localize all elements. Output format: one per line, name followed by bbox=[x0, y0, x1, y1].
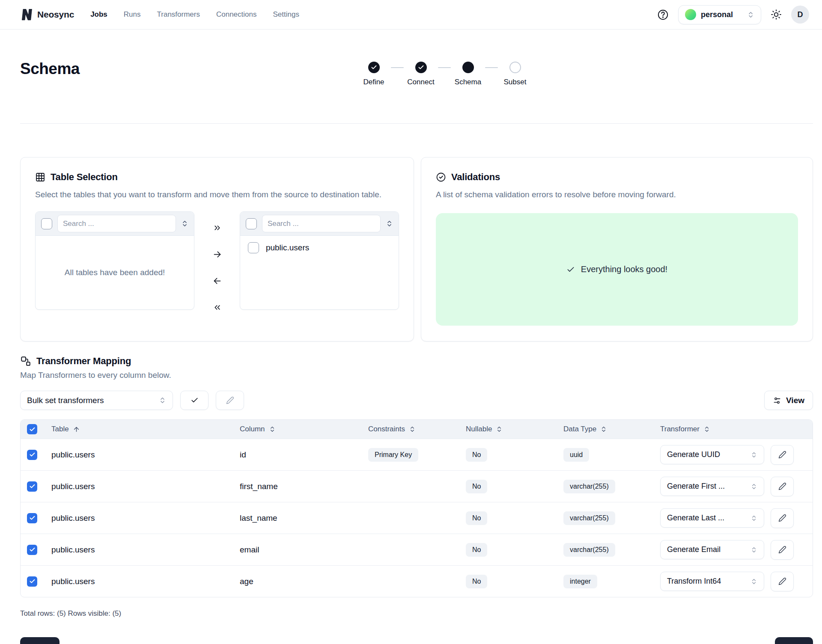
nullable-badge: No bbox=[466, 448, 487, 462]
table-icon bbox=[35, 172, 45, 182]
nav-item-settings[interactable]: Settings bbox=[273, 10, 299, 19]
step-connector bbox=[391, 67, 404, 68]
transformer-mapping-title: Transformer Mapping bbox=[36, 356, 131, 367]
nullable-badge: No bbox=[466, 543, 487, 557]
transformer-select-value: Generate First ... bbox=[667, 482, 725, 491]
table-row: public.users email No varchar(255) Gener… bbox=[21, 534, 813, 565]
column-header-nullable[interactable]: Nullable bbox=[459, 425, 557, 433]
apply-bulk-button[interactable] bbox=[180, 391, 208, 410]
step-label: Subset bbox=[504, 78, 527, 86]
step-done-icon bbox=[368, 62, 380, 73]
source-search-input[interactable] bbox=[57, 215, 176, 232]
step-done-icon bbox=[415, 62, 427, 73]
row-checkbox[interactable] bbox=[27, 576, 37, 587]
chevron-up-down-icon bbox=[751, 578, 757, 585]
column-header-transformer[interactable]: Transformer bbox=[653, 425, 813, 433]
column-header-column[interactable]: Column bbox=[233, 425, 361, 433]
workflow-icon bbox=[20, 356, 31, 367]
source-select-all-checkbox[interactable] bbox=[41, 218, 52, 229]
cell-column: email bbox=[233, 545, 361, 555]
column-header-constraints[interactable]: Constraints bbox=[361, 425, 459, 433]
move-left-icon[interactable] bbox=[209, 273, 225, 288]
nav-item-transformers[interactable]: Transformers bbox=[157, 10, 200, 19]
cell-table: public.users bbox=[45, 577, 233, 586]
sort-chevrons-icon[interactable] bbox=[181, 220, 188, 227]
edit-transformer-button[interactable] bbox=[771, 477, 794, 496]
step-schema[interactable]: Schema bbox=[453, 62, 482, 86]
data-type-badge: integer bbox=[563, 575, 597, 588]
table-item-checkbox[interactable] bbox=[248, 242, 259, 253]
dual-list-transfer: All tables have been added! bbox=[35, 211, 399, 315]
source-empty-message: All tables have been added! bbox=[36, 236, 194, 309]
edit-transformer-button[interactable] bbox=[771, 572, 794, 591]
chevron-up-down-icon bbox=[751, 515, 757, 522]
transformer-select[interactable]: Generate Last ... bbox=[660, 508, 764, 528]
brand[interactable]: Neosync bbox=[20, 8, 74, 21]
help-icon[interactable] bbox=[657, 9, 669, 21]
transformer-select[interactable]: Transform Int64 bbox=[660, 572, 764, 591]
mapping-toolbar: Bulk set transformers bbox=[20, 391, 813, 410]
sort-chevrons-icon bbox=[600, 426, 607, 433]
step-upcoming-icon bbox=[509, 62, 521, 73]
pencil-icon bbox=[778, 577, 786, 585]
table-selection-card: Table Selection Select the tables that y… bbox=[20, 157, 414, 341]
validations-title: Validations bbox=[451, 172, 500, 183]
row-checkbox[interactable] bbox=[27, 450, 37, 460]
transformer-select[interactable]: Generate Email bbox=[660, 540, 764, 559]
table-row: public.users age No integer Transform In… bbox=[21, 565, 813, 597]
next-button[interactable]: Next bbox=[775, 637, 813, 644]
destination-select-all-checkbox[interactable] bbox=[246, 218, 257, 229]
data-type-badge: uuid bbox=[563, 448, 589, 462]
nav-item-jobs[interactable]: Jobs bbox=[90, 10, 107, 19]
cell-column: id bbox=[233, 450, 361, 460]
transformer-select[interactable]: Generate UUID bbox=[660, 445, 764, 464]
chevron-up-down-icon bbox=[751, 451, 757, 458]
list-item[interactable]: public.users bbox=[240, 236, 399, 253]
data-type-badge: varchar(255) bbox=[563, 480, 615, 493]
edit-transformer-button[interactable] bbox=[771, 540, 794, 560]
transformer-mapping-subtitle: Map Transformers to every column below. bbox=[20, 371, 813, 380]
rows-summary: Total rows: (5) Rows visible: (5) bbox=[20, 609, 813, 618]
nav-item-connections[interactable]: Connections bbox=[216, 10, 257, 19]
step-connect[interactable]: Connect bbox=[406, 62, 435, 86]
edit-bulk-button[interactable] bbox=[216, 391, 244, 410]
move-all-left-icon[interactable] bbox=[209, 300, 225, 315]
workspace-selector[interactable]: personal bbox=[678, 5, 761, 24]
neosync-logo-icon bbox=[20, 8, 33, 21]
back-button[interactable]: Back bbox=[20, 637, 60, 644]
bulk-set-transformers-select[interactable]: Bulk set transformers bbox=[20, 391, 173, 410]
theme-toggle-sun-icon[interactable] bbox=[771, 9, 782, 20]
step-subset[interactable]: Subset bbox=[500, 62, 530, 86]
edit-transformer-button[interactable] bbox=[771, 445, 794, 465]
transformer-select-value: Generate Last ... bbox=[667, 513, 724, 522]
data-type-badge: varchar(255) bbox=[563, 511, 615, 525]
sort-chevrons-icon[interactable] bbox=[386, 220, 393, 227]
view-button-label: View bbox=[786, 396, 804, 405]
step-define[interactable]: Define bbox=[359, 62, 388, 86]
move-right-icon[interactable] bbox=[209, 246, 225, 262]
select-all-checkbox[interactable] bbox=[27, 424, 37, 434]
brand-name: Neosync bbox=[37, 9, 74, 20]
nav-item-runs[interactable]: Runs bbox=[124, 10, 141, 19]
row-checkbox[interactable] bbox=[27, 481, 37, 492]
destination-search-input[interactable] bbox=[262, 215, 381, 232]
view-button[interactable]: View bbox=[764, 391, 813, 410]
user-avatar[interactable]: D bbox=[791, 6, 809, 24]
workspace-avatar bbox=[685, 9, 696, 20]
validations-card: Validations A list of schema validation … bbox=[421, 157, 813, 341]
circle-check-icon bbox=[436, 172, 446, 182]
transformer-select[interactable]: Generate First ... bbox=[660, 477, 764, 496]
row-checkbox[interactable] bbox=[27, 545, 37, 555]
column-header-table[interactable]: Table bbox=[45, 425, 233, 433]
validation-success-panel: Everything looks good! bbox=[436, 213, 798, 326]
move-all-right-icon[interactable] bbox=[209, 220, 225, 235]
step-label: Schema bbox=[455, 78, 481, 86]
table-row: public.users first_name No varchar(255) … bbox=[21, 470, 813, 502]
cell-table: public.users bbox=[45, 513, 233, 523]
step-connector bbox=[485, 67, 498, 68]
step-label: Connect bbox=[407, 78, 434, 86]
column-header-data-type[interactable]: Data Type bbox=[557, 425, 653, 433]
bulk-select-value: Bulk set transformers bbox=[27, 396, 104, 405]
row-checkbox[interactable] bbox=[27, 513, 37, 523]
edit-transformer-button[interactable] bbox=[771, 508, 794, 528]
